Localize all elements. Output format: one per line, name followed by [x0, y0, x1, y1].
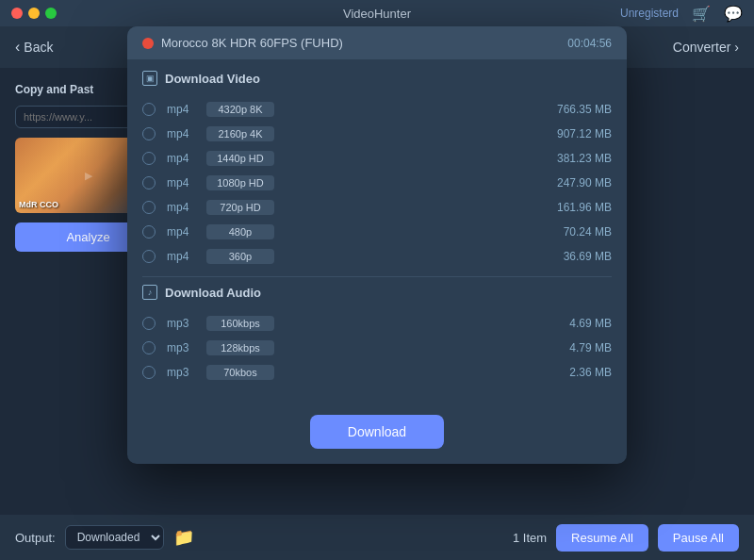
pause-all-button[interactable]: Pause All — [658, 524, 739, 552]
title-bar-right: Unregisterd 🛒 💬 — [620, 5, 743, 23]
audio-size-2: 2.36 MB — [536, 366, 612, 379]
converter-button[interactable]: Converter › — [673, 40, 739, 55]
quality-1: 2160p 4K — [206, 126, 274, 141]
format-type-0: mp4 — [167, 103, 195, 116]
radio-70kbps[interactable] — [142, 366, 156, 379]
video-row-6[interactable]: mp4 360p 36.69 MB — [142, 244, 612, 269]
back-label: Back — [24, 40, 53, 55]
dialog-header-left: Morocco 8K HDR 60FPS (FUHD) — [142, 36, 343, 50]
chat-icon[interactable]: 💬 — [724, 5, 743, 23]
audio-size-1: 4.79 MB — [536, 341, 612, 354]
dialog-body: ▣ Download Video mp4 4320p 8K 766.35 MB … — [127, 59, 627, 464]
video-section-header: ▣ Download Video — [142, 71, 612, 90]
back-button[interactable]: ‹ Back — [15, 39, 53, 56]
download-button[interactable]: Download — [310, 415, 444, 449]
quality-4: 720p HD — [206, 200, 274, 215]
audio-type-2: mp3 — [167, 366, 195, 379]
quality-3: 1080p HD — [206, 175, 274, 190]
cart-icon[interactable]: 🛒 — [692, 5, 711, 23]
radio-720p[interactable] — [142, 201, 156, 214]
video-row-3[interactable]: mp4 1080p HD 247.90 MB — [142, 171, 612, 195]
video-title: Morocco 8K HDR 60FPS (FUHD) — [161, 36, 343, 50]
size-5: 70.24 MB — [536, 225, 612, 239]
close-button[interactable] — [11, 8, 23, 19]
format-dialog: Morocco 8K HDR 60FPS (FUHD) 00:04:56 ▣ D… — [127, 26, 627, 464]
maximize-button[interactable] — [45, 8, 57, 19]
radio-160kbps[interactable] — [142, 317, 156, 330]
radio-1440p[interactable] — [142, 152, 156, 165]
audio-quality-1: 128kbps — [206, 340, 274, 355]
radio-480p[interactable] — [142, 225, 156, 239]
radio-2160p[interactable] — [142, 127, 156, 140]
folder-icon[interactable]: 📁 — [173, 527, 194, 548]
size-2: 381.23 MB — [536, 152, 612, 165]
minimize-button[interactable] — [28, 8, 40, 19]
audio-quality-2: 70kbos — [206, 365, 274, 380]
radio-360p[interactable] — [142, 250, 156, 263]
recording-dot — [142, 38, 154, 49]
back-chevron-icon: ‹ — [15, 39, 20, 56]
size-3: 247.90 MB — [536, 176, 612, 189]
audio-type-1: mp3 — [167, 341, 195, 354]
size-1: 907.12 MB — [536, 127, 612, 140]
audio-rows: mp3 160kbps 4.69 MB mp3 128kbps 4.79 MB … — [142, 311, 612, 385]
item-count: 1 Item — [513, 531, 547, 545]
video-rows: mp4 4320p 8K 766.35 MB mp4 2160p 4K 907.… — [142, 97, 612, 269]
thumbnail-label: MdR CCO — [19, 200, 58, 209]
section-divider — [142, 276, 612, 277]
radio-128kbps[interactable] — [142, 341, 156, 354]
audio-row-2[interactable]: mp3 70kbos 2.36 MB — [142, 360, 612, 385]
video-row-0[interactable]: mp4 4320p 8K 766.35 MB — [142, 97, 612, 122]
video-section-icon: ▣ — [142, 71, 157, 86]
radio-4320p[interactable] — [142, 103, 156, 116]
unregistered-link[interactable]: Unregisterd — [620, 7, 679, 20]
audio-size-0: 4.69 MB — [536, 317, 612, 330]
size-4: 161.96 MB — [536, 201, 612, 214]
format-type-6: mp4 — [167, 250, 195, 263]
format-type-5: mp4 — [167, 225, 195, 239]
bottom-bar: Output: Downloaded 📁 1 Item Resume All P… — [0, 515, 754, 560]
audio-type-0: mp3 — [167, 317, 195, 330]
audio-section-header: ♪ Download Audio — [142, 285, 612, 304]
quality-2: 1440p HD — [206, 151, 274, 166]
audio-section-title: Download Audio — [165, 286, 261, 300]
quality-5: 480p — [206, 224, 274, 239]
video-row-2[interactable]: mp4 1440p HD 381.23 MB — [142, 146, 612, 171]
quality-0: 4320p 8K — [206, 102, 274, 117]
video-row-4[interactable]: mp4 720p HD 161.96 MB — [142, 195, 612, 220]
converter-label: Converter — [673, 40, 730, 55]
video-section-title: Download Video — [165, 72, 260, 86]
audio-row-1[interactable]: mp3 128kbps 4.79 MB — [142, 336, 612, 360]
audio-quality-0: 160kbps — [206, 316, 274, 331]
resume-all-button[interactable]: Resume All — [556, 524, 648, 552]
audio-section-icon: ♪ — [142, 285, 157, 300]
video-row-1[interactable]: mp4 2160p 4K 907.12 MB — [142, 122, 612, 146]
format-type-3: mp4 — [167, 176, 195, 189]
format-type-2: mp4 — [167, 152, 195, 165]
output-label: Output: — [15, 531, 56, 545]
app-title: VideoHunter — [343, 7, 411, 21]
size-6: 36.69 MB — [536, 250, 612, 263]
converter-chevron-icon: › — [734, 40, 739, 55]
output-select[interactable]: Downloaded — [65, 525, 164, 550]
video-row-5[interactable]: mp4 480p 70.24 MB — [142, 220, 612, 244]
video-duration: 00:04:56 — [567, 37, 612, 50]
quality-6: 360p — [206, 249, 274, 264]
audio-row-0[interactable]: mp3 160kbps 4.69 MB — [142, 311, 612, 336]
format-type-1: mp4 — [167, 127, 195, 140]
title-bar: VideoHunter Unregisterd 🛒 💬 — [0, 0, 754, 26]
traffic-lights — [11, 8, 57, 19]
radio-1080p[interactable] — [142, 176, 156, 189]
dialog-header: Morocco 8K HDR 60FPS (FUHD) 00:04:56 — [127, 26, 627, 59]
format-type-4: mp4 — [167, 201, 195, 214]
size-0: 766.35 MB — [536, 103, 612, 116]
